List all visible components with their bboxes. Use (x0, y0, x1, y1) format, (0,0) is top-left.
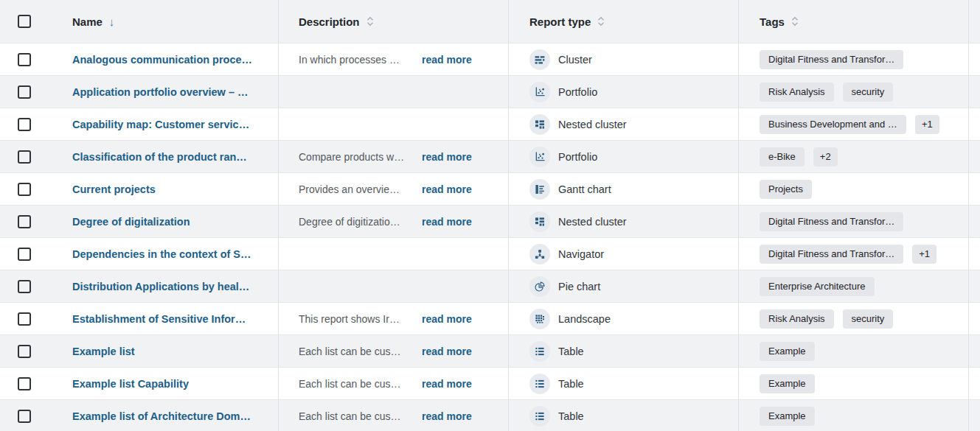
header-spacer (969, 0, 980, 43)
read-more-link[interactable]: read more (422, 54, 472, 66)
column-label: Name (72, 15, 102, 28)
report-name-link[interactable]: Analogous communication proce… (72, 54, 252, 66)
report-type-label: Table (558, 346, 584, 357)
description-text: Each list can be cus… (299, 346, 415, 357)
report-name-link[interactable]: Degree of digitalization (72, 216, 190, 228)
read-more-link[interactable]: read more (422, 313, 472, 325)
report-name-link[interactable]: Current projects (72, 183, 156, 195)
row-checkbox[interactable] (18, 118, 31, 131)
tags-cell: Example (739, 335, 969, 367)
report-name-link[interactable]: Example list Capability (72, 378, 189, 390)
report-type-cell: Cluster (509, 43, 739, 75)
report-name-link[interactable]: Classification of the product ran… (72, 151, 247, 163)
row-spacer (969, 43, 980, 75)
row-checkbox-cell (0, 270, 49, 302)
description-cell (279, 108, 509, 140)
report-type-cell: Nested cluster (509, 206, 739, 237)
sort-control-report-type[interactable]: Report type (529, 15, 605, 28)
name-cell: Example list of Architecture Dom… (49, 400, 279, 431)
report-name-link[interactable]: Example list (72, 346, 135, 357)
tags-cell: Digital Fitness and Transfor… (739, 206, 969, 237)
table-row: Application portfolio overview – …Portfo… (0, 75, 980, 108)
row-checkbox-cell (0, 368, 49, 399)
report-name-link[interactable]: Application portfolio overview – … (72, 86, 248, 98)
more-tags-badge[interactable]: +2 (813, 147, 838, 167)
report-name-link[interactable]: Establishment of Sensitive Infor… (72, 313, 246, 325)
report-type-cell: Portfolio (509, 76, 739, 108)
sort-chevrons-icon (366, 16, 374, 27)
report-type-cell: Pie chart (509, 270, 739, 302)
report-type-cell: Gantt chart (509, 173, 739, 205)
report-name-link[interactable]: Capability map: Customer servic… (72, 119, 249, 130)
select-all-checkbox[interactable] (18, 15, 31, 28)
report-name-link[interactable]: Example list of Architecture Dom… (72, 410, 251, 422)
row-checkbox[interactable] (18, 377, 31, 390)
table-body: Analogous communication proce…In which p… (0, 43, 980, 431)
row-checkbox[interactable] (18, 248, 31, 261)
gantt-chart-icon (529, 179, 550, 200)
name-cell: Example list Capability (49, 368, 279, 399)
tags-cell: Example (739, 400, 969, 431)
row-checkbox[interactable] (18, 150, 31, 164)
read-more-link[interactable]: read more (422, 151, 472, 163)
read-more-link[interactable]: read more (422, 216, 472, 228)
row-spacer (969, 270, 980, 302)
tag-pill: Example (760, 374, 815, 393)
row-checkbox-cell (0, 400, 49, 431)
nested-cluster-icon (529, 114, 550, 135)
description-cell: Each list can be cus…read more (279, 368, 509, 399)
row-checkbox[interactable] (18, 183, 31, 196)
more-tags-badge[interactable]: +1 (915, 115, 939, 134)
report-type-label: Nested cluster (558, 119, 627, 130)
row-spacer (969, 400, 980, 431)
read-more-link[interactable]: read more (422, 183, 472, 195)
name-cell: Degree of digitalization (49, 206, 279, 237)
table-icon (529, 341, 550, 362)
column-label: Report type (529, 15, 591, 28)
sort-control-name[interactable]: Name↓ (72, 15, 114, 28)
report-type-cell: Table (509, 400, 739, 431)
report-name-link[interactable]: Distribution Applications by heal… (72, 281, 249, 292)
report-name-link[interactable]: Dependencies in the context of S… (72, 248, 251, 260)
sort-control-tags[interactable]: Tags (760, 15, 799, 28)
row-checkbox[interactable] (18, 53, 31, 66)
table-row: Example list CapabilityEach list can be … (0, 367, 980, 399)
description-text: Compare products w… (299, 151, 415, 163)
row-checkbox[interactable] (18, 410, 31, 423)
report-type-label: Portfolio (558, 151, 597, 163)
row-checkbox[interactable] (18, 85, 31, 99)
tag-pill: e-Bike (760, 147, 804, 167)
tag-pill: Digital Fitness and Transfor… (760, 50, 903, 69)
read-more-link[interactable]: read more (422, 346, 472, 357)
report-type-cell: Navigator (509, 238, 739, 270)
tags-cell: Digital Fitness and Transfor… (739, 43, 969, 75)
table-row: Example listEach list can be cus…read mo… (0, 334, 980, 367)
row-spacer (969, 173, 980, 205)
read-more-link[interactable]: read more (422, 378, 472, 390)
table-row: Current projectsProvides an overvie…read… (0, 172, 980, 205)
description-cell: Degree of digitizatio…read more (279, 206, 509, 237)
name-cell: Classification of the product ran… (49, 141, 279, 172)
name-cell: Establishment of Sensitive Infor… (49, 303, 279, 334)
report-type-label: Navigator (558, 248, 604, 260)
row-checkbox-cell (0, 303, 49, 334)
row-checkbox[interactable] (18, 280, 31, 293)
name-cell: Capability map: Customer servic… (49, 108, 279, 140)
row-checkbox[interactable] (18, 215, 31, 228)
row-spacer (969, 238, 980, 270)
read-more-link[interactable]: read more (422, 410, 472, 422)
more-tags-badge[interactable]: +1 (912, 245, 936, 264)
row-spacer (969, 368, 980, 399)
column-header-description: Description (279, 0, 509, 43)
row-checkbox-cell (0, 43, 49, 75)
table-row: Establishment of Sensitive Infor…This re… (0, 302, 980, 334)
cluster-icon (529, 49, 550, 70)
column-header-report-type: Report type (509, 0, 739, 43)
row-checkbox[interactable] (18, 312, 31, 326)
table-icon (529, 406, 550, 427)
sort-control-description[interactable]: Description (299, 15, 374, 28)
column-label: Tags (760, 15, 785, 28)
row-checkbox[interactable] (18, 345, 31, 358)
row-spacer (969, 335, 980, 367)
tag-pill: Enterprise Architecture (760, 277, 875, 296)
